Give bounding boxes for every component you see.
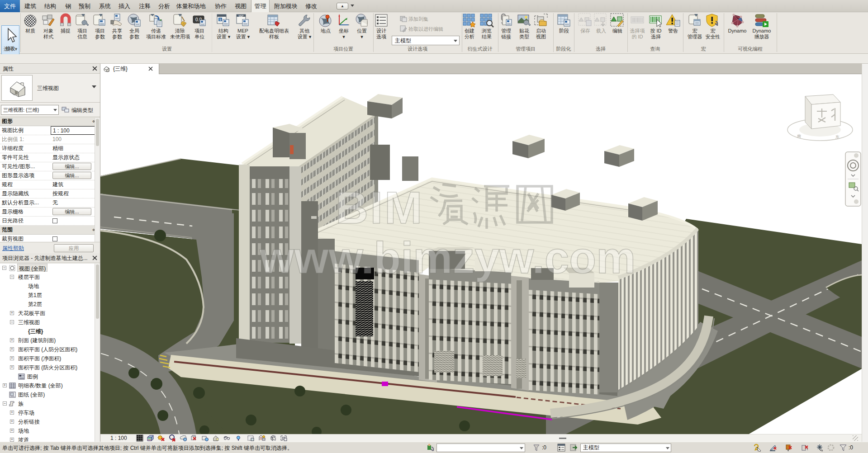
svg-text:BIM: BIM — [336, 182, 424, 233]
svg-text:南: 南 — [797, 134, 801, 138]
svg-text:东: 东 — [835, 135, 840, 139]
svg-text:MEP: MEP — [239, 14, 244, 17]
svg-text:5: 5 — [219, 18, 221, 21]
svg-text:www.bimzyw.com: www.bimzyw.com — [259, 233, 636, 283]
